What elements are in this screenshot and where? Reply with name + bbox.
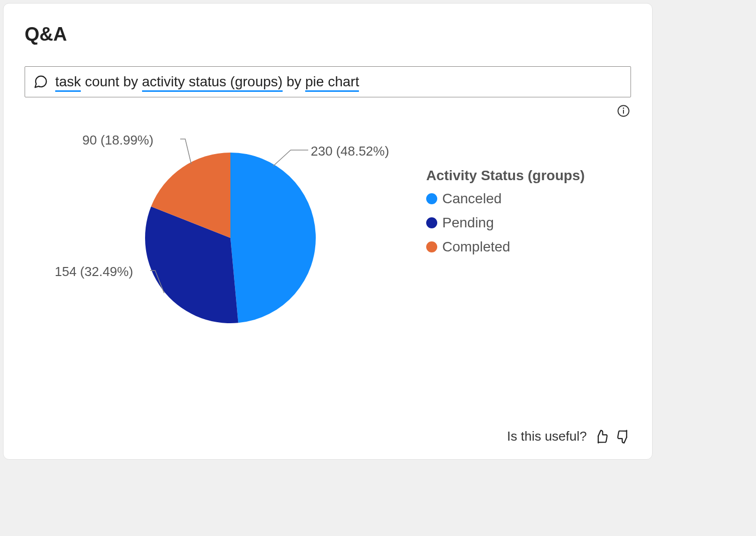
slice-label-completed: 90 (18.99%) bbox=[82, 132, 154, 148]
qa-card: Q&A task count by activity status (group… bbox=[3, 3, 653, 460]
legend-item-completed[interactable]: Completed bbox=[426, 239, 585, 255]
leader-canceled bbox=[273, 150, 308, 166]
thumbs-up-icon[interactable] bbox=[594, 429, 609, 444]
query-text: task count by activity status (groups) b… bbox=[55, 74, 359, 90]
legend-item-pending[interactable]: Pending bbox=[426, 215, 585, 231]
legend-item-canceled[interactable]: Canceled bbox=[426, 191, 585, 207]
slice-canceled[interactable] bbox=[230, 153, 316, 323]
legend-label: Pending bbox=[442, 215, 494, 231]
legend: Activity Status (groups) Canceled Pendin… bbox=[426, 132, 585, 263]
query-term-activity-status: activity status (groups) bbox=[142, 74, 283, 92]
legend-dot bbox=[426, 241, 437, 252]
legend-label: Canceled bbox=[442, 191, 501, 207]
thumbs-down-icon[interactable] bbox=[616, 429, 631, 444]
legend-title: Activity Status (groups) bbox=[426, 168, 585, 184]
feedback-footer: Is this useful? bbox=[25, 429, 631, 444]
legend-dot bbox=[426, 217, 437, 228]
feedback-prompt: Is this useful? bbox=[507, 429, 587, 444]
chart-area: 230 (48.52%) 154 (32.49%) 90 (18.99%) bbox=[25, 117, 631, 429]
pie-svg bbox=[25, 132, 406, 343]
query-input[interactable]: task count by activity status (groups) b… bbox=[25, 66, 631, 97]
legend-label: Completed bbox=[442, 239, 510, 255]
info-icon[interactable] bbox=[617, 104, 630, 117]
pie-chart: 230 (48.52%) 154 (32.49%) 90 (18.99%) bbox=[25, 132, 406, 343]
slice-label-pending: 154 (32.49%) bbox=[55, 264, 133, 280]
page-title: Q&A bbox=[25, 24, 631, 45]
query-term-task: task bbox=[55, 74, 81, 92]
chat-icon bbox=[33, 74, 48, 89]
legend-dot bbox=[426, 193, 437, 204]
query-term-pie-chart: pie chart bbox=[305, 74, 359, 92]
svg-point-2 bbox=[623, 107, 624, 109]
slice-label-canceled: 230 (48.52%) bbox=[311, 144, 389, 159]
leader-completed bbox=[180, 139, 191, 164]
